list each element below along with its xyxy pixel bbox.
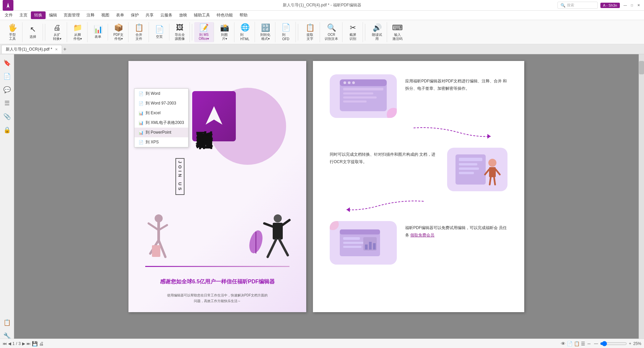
to-html-button[interactable]: 🌐 到HTML xyxy=(236,22,253,42)
view-toggle-group: 👁 📄 📋 ☰ ↔ xyxy=(561,341,591,346)
svg-point-18 xyxy=(343,81,346,84)
title-bar-left xyxy=(3,0,13,11)
menu-share[interactable]: 共享 xyxy=(142,11,157,19)
menu-convert[interactable]: 转换 xyxy=(31,11,46,19)
two-page-view-button[interactable]: 📋 xyxy=(574,341,580,346)
ocr-button[interactable]: 🔍 OCR识别文本 xyxy=(322,22,341,42)
menu-home[interactable]: 主页 xyxy=(16,11,31,19)
svg-line-36 xyxy=(494,177,495,185)
sidebar-icon-layers[interactable]: ☰ xyxy=(1,97,13,109)
sidebar-icon-bookmark[interactable]: 🔖 xyxy=(1,57,13,69)
sidebar-icon-form[interactable]: 📋 xyxy=(1,317,13,329)
zoom-slider[interactable] xyxy=(600,341,627,346)
menu-pages[interactable]: 页面管理 xyxy=(60,11,83,19)
menu-help[interactable]: 帮助 xyxy=(236,11,251,19)
dropdown-to-word[interactable]: 📄 到 Word xyxy=(135,89,188,98)
menu-form[interactable]: 表单 xyxy=(113,11,127,19)
to-ofd-label: 到OFD xyxy=(282,32,289,41)
svg-rect-7 xyxy=(152,245,160,257)
svg-line-34 xyxy=(496,169,500,175)
dropdown-to-excel[interactable]: 📊 到 Excel xyxy=(135,108,188,118)
toolbar-group-ocr: 🔍 OCR识别文本 xyxy=(321,22,342,42)
document-tab[interactable]: 新人引导(1)_OCR(4).pdf * ✕ xyxy=(1,45,62,54)
zoom-out-button[interactable]: — xyxy=(594,341,598,346)
scrollbar-thumb[interactable] xyxy=(639,61,644,74)
merge-button[interactable]: 📋 合并文件 xyxy=(130,22,147,42)
free-member-link[interactable]: 领取免费会员 xyxy=(410,233,434,237)
select-button[interactable]: ↖ 选择 xyxy=(24,24,41,41)
prev-page-button[interactable]: ◀ xyxy=(8,341,11,346)
activate-button[interactable]: ⌨ 输入激活码 xyxy=(389,22,406,42)
activate-icon: ⌨ xyxy=(392,23,403,32)
next-page-button[interactable]: ▶ xyxy=(22,341,25,346)
bottom-left: ⏮ ◀ 1 / 3 ▶ ⏭ 💾 🖨 xyxy=(3,341,44,346)
word-icon: 📄 xyxy=(139,91,144,96)
svg-rect-39 xyxy=(340,229,380,234)
add-tab-button[interactable]: + xyxy=(63,46,66,52)
ocr-label: OCR识别文本 xyxy=(325,33,338,41)
hand-tool-button[interactable]: 🖐 手型工具 xyxy=(4,22,21,42)
feature-1-svg xyxy=(336,78,390,115)
leaf-icon xyxy=(246,228,266,255)
menu-assist[interactable]: 辅助工具 xyxy=(191,11,213,19)
menu-cloud[interactable]: 云服务 xyxy=(157,11,176,19)
menu-edit[interactable]: 编辑 xyxy=(46,11,60,19)
feature-2-row: 同时可以完成文档转换、针对扫描件和图片构成的 文档，进行OCR文字提取等。 xyxy=(330,148,507,191)
next-next-page-button[interactable]: ⏭ xyxy=(26,341,31,346)
to-image-button[interactable]: 📸 到图片▾ xyxy=(216,22,233,42)
sidebar-icon-attachment[interactable]: 📎 xyxy=(1,111,13,123)
dropdown-to-xps[interactable]: 📄 到 XPS xyxy=(135,137,188,147)
feature-3-text-area: 福昕PDF编辑器可以免费试用编辑，可以完成福昕会 员任务 领取免费会员 xyxy=(405,221,507,239)
total-page-number: 3 xyxy=(18,341,21,346)
save-as-button[interactable]: 💾 xyxy=(32,341,38,346)
pdf-pkg-button[interactable]: 📦 PDF文件包▾ xyxy=(110,22,127,42)
menu-present[interactable]: 放映 xyxy=(176,11,191,19)
sidebar-icon-comment[interactable]: 💬 xyxy=(1,84,13,96)
screenshot-button[interactable]: ✂ 截屏识别 xyxy=(344,22,361,42)
dropdown-to-xml[interactable]: 📊 到 XML电子表格2003 xyxy=(135,118,188,128)
menu-file[interactable]: 文件 xyxy=(1,11,16,19)
toolbar-group-html: 🌐 到HTML xyxy=(235,22,255,42)
export-button[interactable]: 🖼 导出全源图像 xyxy=(171,22,188,42)
ms-office-label: 到 MSOffice▾ xyxy=(199,33,209,41)
menu-annotate[interactable]: 注释 xyxy=(83,11,98,19)
menu-protect[interactable]: 保护 xyxy=(127,11,142,19)
form-button[interactable]: 📊 表单 xyxy=(90,24,106,41)
prev-prev-page-button[interactable]: ⏮ xyxy=(3,341,7,346)
sidebar-icon-security[interactable]: 🔒 xyxy=(1,124,13,136)
zoom-in-button[interactable]: + xyxy=(629,341,631,346)
dropdown-to-word-97[interactable]: 📄 到 Word 97-2003 xyxy=(135,98,188,108)
blank-page-button[interactable]: 📄 空页 xyxy=(151,24,168,41)
tab-close-button[interactable]: ✕ xyxy=(55,48,58,51)
search-box[interactable]: 🔍 搜索 xyxy=(557,2,598,9)
to-format-button[interactable]: 🔡 到转化格式▾ xyxy=(257,22,274,42)
maximize-button[interactable]: □ xyxy=(629,3,635,8)
menu-special[interactable]: 特色功能 xyxy=(213,11,236,19)
svg-rect-42 xyxy=(343,246,362,248)
scan-convert-button[interactable]: 🖨 从扩转换▾ xyxy=(49,22,65,42)
scroll-view-button[interactable]: ☰ xyxy=(581,341,585,346)
print-button[interactable]: 🖨 xyxy=(39,341,44,346)
word97-icon: 📄 xyxy=(139,101,144,106)
to-image-label: 到图片▾ xyxy=(221,33,228,41)
pkg-label: 从脚件包▾ xyxy=(73,33,82,41)
extract-text-button[interactable]: 📋 提取文字 xyxy=(302,22,318,42)
sidebar-icon-thumbnail[interactable]: 📄 xyxy=(1,70,13,82)
svg-rect-41 xyxy=(343,242,367,244)
tts-button[interactable]: 🔊 朗读试用 xyxy=(369,22,385,42)
feature-2-svg xyxy=(452,151,502,188)
ms-office-button[interactable]: 📝 到 MSOffice▾ xyxy=(196,22,212,42)
svg-line-13 xyxy=(279,239,288,255)
user-badge[interactable]: A - Sh3n xyxy=(600,3,620,8)
close-button[interactable]: ✕ xyxy=(636,3,641,8)
right-scrollbar[interactable] xyxy=(639,54,644,348)
minimize-button[interactable]: — xyxy=(623,3,628,8)
dropdown-to-powerpoint[interactable]: 📊 到 PowerPoint xyxy=(135,128,188,137)
arrow-2-svg xyxy=(343,198,427,215)
svg-rect-21 xyxy=(343,88,383,90)
to-ofd-button[interactable]: 📄 到OFD xyxy=(277,22,294,42)
menu-view[interactable]: 视图 xyxy=(98,11,113,19)
single-page-view-button[interactable]: 📄 xyxy=(567,341,573,346)
pkg-button[interactable]: 📁 从脚件包▾ xyxy=(69,22,86,42)
fit-width-button[interactable]: ↔ xyxy=(587,341,591,346)
